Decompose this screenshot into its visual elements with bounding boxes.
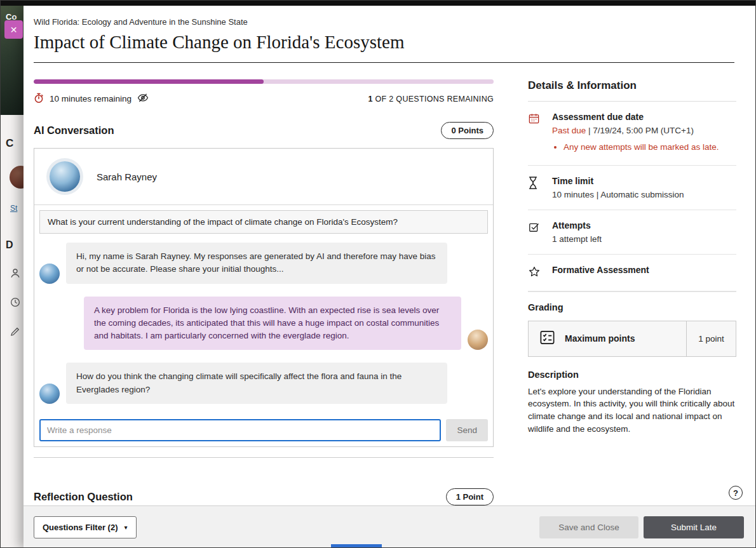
background-text-fragment: C bbox=[6, 137, 13, 150]
grading-label: Grading bbox=[528, 302, 736, 312]
reflection-question-header: Reflection Question 1 Point bbox=[34, 488, 494, 505]
pencil-icon bbox=[10, 326, 21, 340]
attempts-label: Attempts bbox=[552, 220, 602, 231]
message-row: Hi, my name is Sarah Rayney. My response… bbox=[34, 243, 493, 284]
due-date-content: Assessment due date Past due | 7/19/24, … bbox=[552, 112, 719, 155]
calendar-icon bbox=[528, 112, 543, 155]
section-title: AI Conversation bbox=[34, 124, 114, 137]
agent-name: Sarah Rayney bbox=[97, 171, 157, 182]
background-link-fragment: St bbox=[10, 204, 17, 213]
agent-avatar bbox=[50, 161, 80, 192]
person-icon bbox=[10, 267, 21, 281]
attempts-value: 1 attempt left bbox=[552, 234, 602, 244]
ai-message: Hi, my name is Sarah Rayney. My response… bbox=[66, 243, 447, 284]
points-badge: 0 Points bbox=[441, 122, 494, 139]
agent-avatar bbox=[39, 264, 60, 284]
assessment-panel: Wild Florida: Ecology and Adventure in t… bbox=[24, 6, 756, 548]
progress-fill bbox=[34, 79, 264, 84]
questions-filter-button[interactable]: Questions Filter (2) ▾ bbox=[34, 516, 137, 538]
progress-bar bbox=[34, 79, 494, 84]
ai-conversation-header: AI Conversation 0 Points bbox=[34, 122, 494, 139]
questions-remaining-text: OF 2 QUESTIONS REMAINING bbox=[373, 95, 494, 104]
close-button[interactable]: ✕ bbox=[4, 20, 23, 39]
message-row: How do you think the changing climate wi… bbox=[34, 363, 493, 404]
questions-filter-label: Questions Filter (2) bbox=[43, 523, 118, 532]
ai-message: How do you think the changing climate wi… bbox=[66, 363, 447, 404]
panel-footer: Questions Filter (2) ▾ Save and Close Su… bbox=[24, 505, 756, 548]
details-sidebar: Details & Information Assessment due dat… bbox=[528, 79, 736, 505]
maximum-points-cell: Maximum points bbox=[529, 321, 686, 356]
conversation-card: Sarah Rayney What is your current unders… bbox=[34, 148, 494, 447]
time-remaining-text: 10 minutes remaining bbox=[50, 94, 132, 104]
window-top-bar bbox=[1, 1, 755, 6]
past-due-status: Past due bbox=[552, 126, 586, 135]
send-button[interactable]: Send bbox=[446, 419, 488, 441]
conversation-prompt: What is your current understanding of th… bbox=[39, 210, 488, 234]
clock-icon bbox=[10, 297, 21, 311]
attempts-content: Attempts 1 attempt left bbox=[552, 220, 602, 244]
due-date-value: Past due | 7/19/24, 5:00 PM (UTC+1) bbox=[552, 126, 719, 135]
chevron-down-icon: ▾ bbox=[124, 525, 127, 531]
panel-header: Wild Florida: Ecology and Adventure in t… bbox=[24, 6, 756, 63]
grading-box: Maximum points 1 point bbox=[528, 321, 736, 357]
panel-body: 10 minutes remaining 1 OF 2 QUESTIONS RE… bbox=[24, 63, 756, 505]
background-text-fragment: D bbox=[6, 239, 13, 251]
description-text: Let's explore your understanding of the … bbox=[528, 385, 736, 435]
screen: Co C St D ✕ Wild Florida: Ecology and Ad… bbox=[0, 0, 756, 548]
attempts-row: Attempts 1 attempt left bbox=[528, 210, 736, 255]
save-and-close-button[interactable]: Save and Close bbox=[539, 516, 638, 538]
response-input-row: Send bbox=[34, 414, 493, 446]
time-limit-content: Time limit 10 minutes | Automatic submis… bbox=[552, 176, 684, 199]
late-warning: Any new attempts will be marked as late. bbox=[564, 142, 719, 154]
close-icon: ✕ bbox=[10, 25, 18, 34]
help-button[interactable]: ? bbox=[729, 486, 743, 500]
grading-section: Grading Maximum points 1 point bbox=[528, 291, 736, 357]
due-date-text: | 7/19/24, 5:00 PM (UTC+1) bbox=[586, 126, 694, 135]
section-title: Reflection Question bbox=[34, 491, 133, 503]
questions-column: 10 minutes remaining 1 OF 2 QUESTIONS RE… bbox=[34, 79, 494, 505]
due-date-row: Assessment due date Past due | 7/19/24, … bbox=[528, 102, 736, 166]
agent-avatar bbox=[39, 384, 60, 404]
conversation-agent-header: Sarah Rayney bbox=[34, 149, 493, 205]
late-warning-list: Any new attempts will be marked as late. bbox=[564, 142, 719, 154]
timer-icon bbox=[34, 93, 44, 105]
formative-row: Formative Assessment bbox=[528, 255, 736, 291]
time-limit-row: Time limit 10 minutes | Automatic submis… bbox=[528, 166, 736, 210]
details-heading: Details & Information bbox=[528, 79, 736, 102]
questions-remaining: 1 OF 2 QUESTIONS REMAINING bbox=[368, 95, 494, 104]
user-avatar bbox=[468, 330, 488, 350]
star-icon bbox=[528, 265, 543, 281]
question-divider bbox=[34, 457, 494, 458]
formative-label: Formative Assessment bbox=[552, 265, 649, 275]
description-label: Description bbox=[528, 370, 736, 380]
background-page: Co C St D bbox=[1, 6, 24, 548]
status-row: 10 minutes remaining 1 OF 2 QUESTIONS RE… bbox=[34, 92, 494, 105]
submit-late-button[interactable]: Submit Late bbox=[644, 516, 744, 538]
user-message: A key problem for Florida is the low lyi… bbox=[84, 297, 461, 351]
question-mark-icon: ? bbox=[733, 488, 738, 498]
message-row: A key problem for Florida is the low lyi… bbox=[34, 297, 493, 351]
hourglass-icon bbox=[528, 176, 543, 199]
checkbox-icon bbox=[528, 220, 543, 244]
time-limit-label: Time limit bbox=[552, 176, 684, 186]
due-date-label: Assessment due date bbox=[552, 112, 719, 122]
hide-timer-icon[interactable] bbox=[137, 92, 149, 105]
maximum-points-label: Maximum points bbox=[565, 333, 635, 344]
page-title: Impact of Climate Change on Florida's Ec… bbox=[34, 32, 756, 53]
breadcrumb: Wild Florida: Ecology and Adventure in t… bbox=[34, 17, 756, 27]
checklist-icon bbox=[539, 329, 556, 349]
questions-remaining-count: 1 bbox=[368, 95, 373, 104]
background-focus-fragment bbox=[331, 544, 382, 547]
background-avatar bbox=[10, 166, 24, 189]
time-limit-value: 10 minutes | Automatic submission bbox=[552, 190, 684, 199]
response-input[interactable] bbox=[39, 419, 441, 441]
formative-content: Formative Assessment bbox=[552, 265, 649, 281]
points-badge: 1 Point bbox=[446, 488, 494, 505]
maximum-points-value: 1 point bbox=[686, 321, 736, 356]
